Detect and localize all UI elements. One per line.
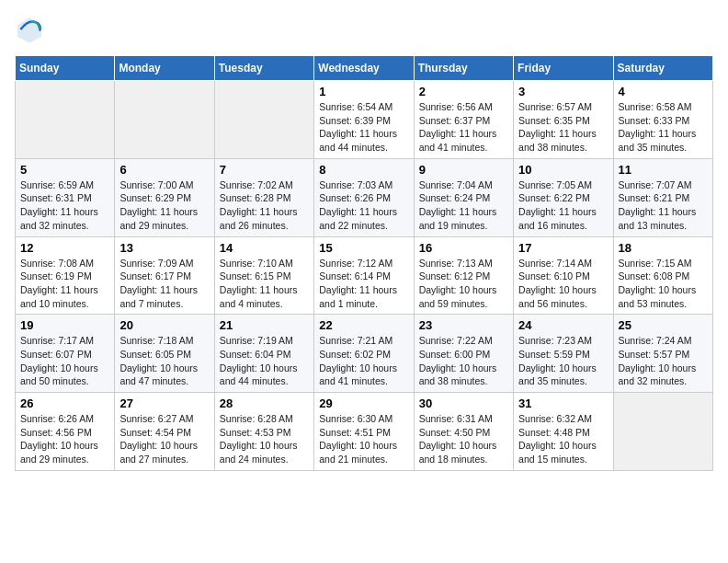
day-number: 29 (319, 396, 408, 410)
day-number: 10 (518, 163, 608, 177)
day-number: 22 (319, 318, 408, 332)
weekday-header: Friday (514, 56, 613, 81)
calendar-cell: 18Sunrise: 7:15 AM Sunset: 6:08 PM Dayli… (613, 236, 712, 315)
calendar-cell (16, 81, 115, 159)
day-number: 7 (220, 163, 309, 177)
day-info: Sunrise: 6:31 AM Sunset: 4:50 PM Dayligh… (419, 412, 508, 466)
calendar-cell: 25Sunrise: 7:24 AM Sunset: 5:57 PM Dayli… (613, 315, 712, 393)
day-info: Sunrise: 7:21 AM Sunset: 6:02 PM Dayligh… (319, 334, 408, 388)
day-number: 14 (220, 241, 309, 255)
calendar-row: 1Sunrise: 6:54 AM Sunset: 6:39 PM Daylig… (16, 81, 713, 159)
day-info: Sunrise: 7:09 AM Sunset: 6:17 PM Dayligh… (119, 257, 209, 311)
weekday-header: Saturday (613, 56, 712, 81)
calendar-cell: 5Sunrise: 6:59 AM Sunset: 6:31 PM Daylig… (16, 158, 115, 236)
weekday-header: Tuesday (214, 56, 313, 81)
day-info: Sunrise: 7:00 AM Sunset: 6:29 PM Dayligh… (119, 178, 209, 233)
day-number: 3 (518, 85, 608, 98)
weekday-header: Thursday (414, 56, 513, 81)
day-number: 27 (119, 396, 209, 410)
day-number: 17 (518, 241, 608, 255)
calendar-cell: 31Sunrise: 6:32 AM Sunset: 4:48 PM Dayli… (514, 393, 613, 471)
logo (15, 15, 48, 44)
calendar-cell (115, 81, 214, 159)
day-number: 30 (419, 396, 508, 410)
day-number: 25 (619, 318, 708, 332)
calendar-cell: 1Sunrise: 6:54 AM Sunset: 6:39 PM Daylig… (314, 81, 414, 159)
day-info: Sunrise: 7:05 AM Sunset: 6:22 PM Dayligh… (518, 178, 608, 233)
calendar-cell: 10Sunrise: 7:05 AM Sunset: 6:22 PM Dayli… (514, 158, 613, 236)
day-info: Sunrise: 6:56 AM Sunset: 6:37 PM Dayligh… (419, 100, 508, 155)
calendar-cell: 4Sunrise: 6:58 AM Sunset: 6:33 PM Daylig… (613, 81, 712, 159)
day-number: 15 (319, 241, 408, 255)
calendar-cell (214, 81, 313, 159)
day-number: 8 (319, 163, 408, 177)
calendar-cell: 6Sunrise: 7:00 AM Sunset: 6:29 PM Daylig… (115, 158, 214, 236)
day-info: Sunrise: 7:24 AM Sunset: 5:57 PM Dayligh… (619, 334, 708, 388)
day-number: 6 (119, 163, 209, 177)
day-number: 20 (119, 318, 209, 332)
calendar-cell: 14Sunrise: 7:10 AM Sunset: 6:15 PM Dayli… (214, 236, 313, 315)
day-info: Sunrise: 7:14 AM Sunset: 6:10 PM Dayligh… (518, 257, 608, 311)
calendar-cell: 24Sunrise: 7:23 AM Sunset: 5:59 PM Dayli… (514, 315, 613, 393)
weekday-header: Sunday (16, 56, 115, 81)
day-info: Sunrise: 6:57 AM Sunset: 6:35 PM Dayligh… (518, 100, 608, 155)
day-number: 16 (419, 241, 508, 255)
day-info: Sunrise: 7:03 AM Sunset: 6:26 PM Dayligh… (319, 178, 408, 233)
day-number: 9 (419, 163, 508, 177)
day-info: Sunrise: 6:54 AM Sunset: 6:39 PM Dayligh… (319, 100, 408, 155)
calendar-cell: 8Sunrise: 7:03 AM Sunset: 6:26 PM Daylig… (314, 158, 414, 236)
calendar-cell: 23Sunrise: 7:22 AM Sunset: 6:00 PM Dayli… (414, 315, 513, 393)
calendar-cell: 19Sunrise: 7:17 AM Sunset: 6:07 PM Dayli… (16, 315, 115, 393)
calendar-cell: 13Sunrise: 7:09 AM Sunset: 6:17 PM Dayli… (115, 236, 214, 315)
day-info: Sunrise: 7:23 AM Sunset: 5:59 PM Dayligh… (518, 334, 608, 388)
day-number: 24 (518, 318, 608, 332)
day-info: Sunrise: 6:32 AM Sunset: 4:48 PM Dayligh… (518, 412, 608, 466)
calendar-cell (613, 393, 712, 471)
day-number: 13 (119, 241, 209, 255)
calendar-cell: 17Sunrise: 7:14 AM Sunset: 6:10 PM Dayli… (514, 236, 613, 315)
calendar-cell: 22Sunrise: 7:21 AM Sunset: 6:02 PM Dayli… (314, 315, 414, 393)
calendar-cell: 30Sunrise: 6:31 AM Sunset: 4:50 PM Dayli… (414, 393, 513, 471)
day-number: 28 (220, 396, 309, 410)
day-info: Sunrise: 6:59 AM Sunset: 6:31 PM Dayligh… (20, 178, 109, 233)
calendar-cell: 9Sunrise: 7:04 AM Sunset: 6:24 PM Daylig… (414, 158, 513, 236)
day-info: Sunrise: 7:07 AM Sunset: 6:21 PM Dayligh… (619, 178, 708, 233)
day-number: 19 (20, 318, 109, 332)
calendar-cell: 21Sunrise: 7:19 AM Sunset: 6:04 PM Dayli… (214, 315, 313, 393)
day-info: Sunrise: 7:13 AM Sunset: 6:12 PM Dayligh… (419, 257, 508, 311)
calendar-row: 26Sunrise: 6:26 AM Sunset: 4:56 PM Dayli… (16, 393, 713, 471)
calendar-row: 12Sunrise: 7:08 AM Sunset: 6:19 PM Dayli… (16, 236, 713, 315)
day-info: Sunrise: 7:10 AM Sunset: 6:15 PM Dayligh… (220, 257, 309, 311)
day-number: 31 (518, 396, 608, 410)
day-info: Sunrise: 6:30 AM Sunset: 4:51 PM Dayligh… (319, 412, 408, 466)
day-info: Sunrise: 7:02 AM Sunset: 6:28 PM Dayligh… (220, 178, 309, 233)
day-info: Sunrise: 7:17 AM Sunset: 6:07 PM Dayligh… (20, 334, 109, 388)
calendar-cell: 7Sunrise: 7:02 AM Sunset: 6:28 PM Daylig… (214, 158, 313, 236)
day-info: Sunrise: 6:58 AM Sunset: 6:33 PM Dayligh… (619, 100, 708, 155)
calendar-cell: 15Sunrise: 7:12 AM Sunset: 6:14 PM Dayli… (314, 236, 414, 315)
day-info: Sunrise: 7:15 AM Sunset: 6:08 PM Dayligh… (619, 257, 708, 311)
day-info: Sunrise: 6:28 AM Sunset: 4:53 PM Dayligh… (220, 412, 309, 466)
day-info: Sunrise: 7:19 AM Sunset: 6:04 PM Dayligh… (220, 334, 309, 388)
day-info: Sunrise: 7:12 AM Sunset: 6:14 PM Dayligh… (319, 257, 408, 311)
calendar-row: 19Sunrise: 7:17 AM Sunset: 6:07 PM Dayli… (16, 315, 713, 393)
logo-icon (15, 15, 44, 44)
day-info: Sunrise: 6:27 AM Sunset: 4:54 PM Dayligh… (119, 412, 209, 466)
calendar-cell: 3Sunrise: 6:57 AM Sunset: 6:35 PM Daylig… (514, 81, 613, 159)
calendar-cell: 11Sunrise: 7:07 AM Sunset: 6:21 PM Dayli… (613, 158, 712, 236)
day-info: Sunrise: 7:22 AM Sunset: 6:00 PM Dayligh… (419, 334, 508, 388)
calendar-cell: 20Sunrise: 7:18 AM Sunset: 6:05 PM Dayli… (115, 315, 214, 393)
calendar-cell: 12Sunrise: 7:08 AM Sunset: 6:19 PM Dayli… (16, 236, 115, 315)
weekday-header: Wednesday (314, 56, 414, 81)
weekday-header: Monday (115, 56, 214, 81)
calendar-table: SundayMondayTuesdayWednesdayThursdayFrid… (15, 55, 713, 471)
day-number: 4 (619, 85, 708, 98)
calendar-row: 5Sunrise: 6:59 AM Sunset: 6:31 PM Daylig… (16, 158, 713, 236)
day-info: Sunrise: 6:26 AM Sunset: 4:56 PM Dayligh… (20, 412, 109, 466)
day-number: 26 (20, 396, 109, 410)
day-number: 18 (619, 241, 708, 255)
day-number: 21 (220, 318, 309, 332)
calendar-header: SundayMondayTuesdayWednesdayThursdayFrid… (16, 56, 713, 81)
day-info: Sunrise: 7:18 AM Sunset: 6:05 PM Dayligh… (119, 334, 209, 388)
day-number: 2 (419, 85, 508, 98)
